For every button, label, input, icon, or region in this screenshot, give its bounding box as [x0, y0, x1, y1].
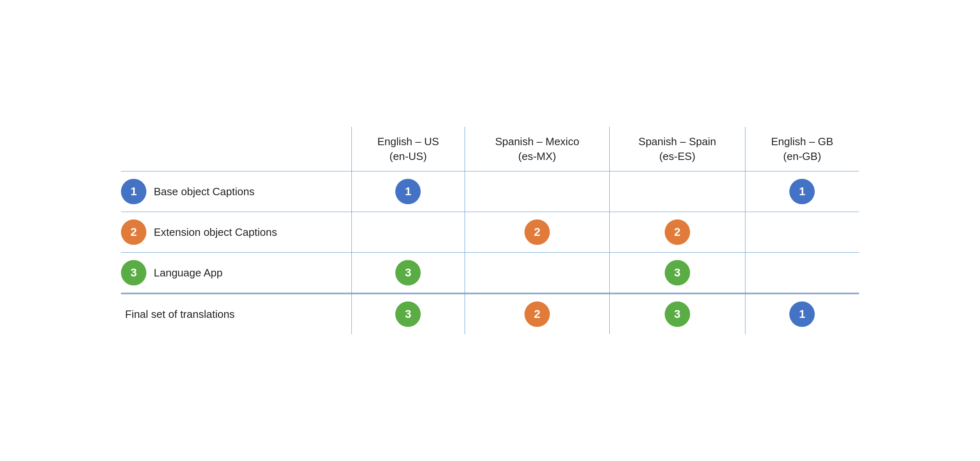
row-text-extension-captions: Extension object Captions: [154, 226, 277, 239]
row-language-app: 3 Language App 3 3: [121, 253, 859, 294]
cell-final-en-gb: 1: [745, 294, 859, 335]
row-label-extension-captions: 2 Extension object Captions: [121, 212, 351, 253]
header-col-en-us: English – US (en-US): [351, 127, 465, 171]
cell-lang-es-es: 3: [609, 253, 745, 294]
circle-base-en-us: 1: [395, 179, 421, 204]
cell-lang-es-mx: [465, 253, 610, 294]
row-base-captions: 1 Base object Captions 1 1: [121, 171, 859, 212]
cell-base-en-gb: 1: [745, 171, 859, 212]
cell-ext-en-us: [351, 212, 465, 253]
row-label-inner-lang: 3 Language App: [121, 260, 342, 285]
row-label-inner: 1 Base object Captions: [121, 179, 342, 204]
cell-lang-en-us: 3: [351, 253, 465, 294]
cell-base-es-es: [609, 171, 745, 212]
row-extension-captions: 2 Extension object Captions 2 2: [121, 212, 859, 253]
circle-ext-es-mx: 2: [524, 219, 550, 245]
row-label-final: Final set of translations: [121, 294, 351, 335]
translation-table-wrapper: English – US (en-US) Spanish – Mexico (e…: [121, 127, 859, 335]
header-col0: [121, 127, 351, 171]
cell-final-es-es: 3: [609, 294, 745, 335]
header-row: English – US (en-US) Spanish – Mexico (e…: [121, 127, 859, 171]
header-col-es-mx: Spanish – Mexico (es-MX): [465, 127, 610, 171]
cell-ext-es-mx: 2: [465, 212, 610, 253]
circle-lang-en-us: 3: [395, 260, 421, 285]
header-col-es-es: Spanish – Spain (es-ES): [609, 127, 745, 171]
circle-final-en-us: 3: [395, 301, 421, 327]
cell-ext-es-es: 2: [609, 212, 745, 253]
badge-2-orange: 2: [121, 219, 146, 245]
row-label-base-captions: 1 Base object Captions: [121, 171, 351, 212]
cell-base-es-mx: [465, 171, 610, 212]
row-final-translations: Final set of translations 3 2 3 1: [121, 294, 859, 335]
translation-table: English – US (en-US) Spanish – Mexico (e…: [121, 127, 859, 335]
cell-ext-en-gb: [745, 212, 859, 253]
circle-lang-es-es: 3: [665, 260, 690, 285]
circle-ext-es-es: 2: [665, 219, 690, 245]
header-col-en-gb: English – GB (en-GB): [745, 127, 859, 171]
cell-lang-en-gb: [745, 253, 859, 294]
circle-final-en-gb: 1: [789, 301, 815, 327]
circle-final-es-mx: 2: [524, 301, 550, 327]
row-text-base-captions: Base object Captions: [154, 185, 255, 198]
row-text-language-app: Language App: [154, 267, 223, 279]
circle-final-es-es: 3: [665, 301, 690, 327]
cell-base-en-us: 1: [351, 171, 465, 212]
circle-base-en-gb: 1: [789, 179, 815, 204]
cell-final-es-mx: 2: [465, 294, 610, 335]
row-label-inner-ext: 2 Extension object Captions: [121, 219, 342, 245]
badge-1-blue: 1: [121, 179, 146, 204]
cell-final-en-us: 3: [351, 294, 465, 335]
row-text-final-translations: Final set of translations: [121, 308, 235, 320]
row-label-language-app: 3 Language App: [121, 253, 351, 294]
badge-3-green: 3: [121, 260, 146, 285]
